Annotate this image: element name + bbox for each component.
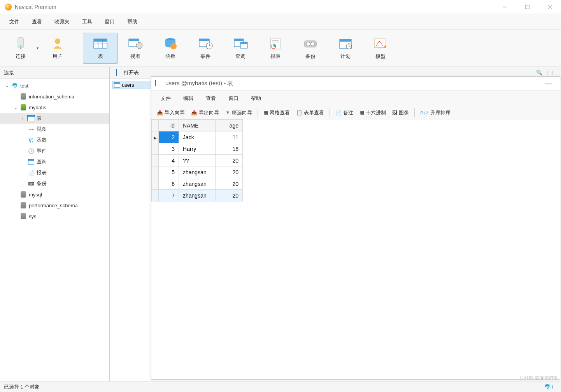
tool-report[interactable]: 报表 — [258, 33, 293, 64]
cell-age[interactable]: 18 — [216, 143, 243, 155]
open-table-button[interactable]: 打开表 — [113, 68, 142, 77]
tree-queries[interactable]: 查询 — [0, 156, 109, 167]
status-text: 已选择 1 个对象 — [4, 383, 40, 390]
cell-name[interactable]: Harry — [179, 143, 216, 155]
search-icon[interactable]: 🔍 — [536, 70, 542, 75]
cell-id[interactable]: 6 — [159, 178, 179, 190]
tool-event[interactable]: 事件 — [188, 33, 223, 64]
editor-menu-help[interactable]: 帮助 — [245, 92, 267, 105]
tool-connect-label: 连接 — [16, 53, 26, 60]
table-row[interactable]: 7zhangsan20 — [152, 190, 243, 201]
schedule-icon — [338, 37, 353, 51]
export-icon: 📤 — [191, 110, 197, 116]
table-row[interactable]: 6zhangsan20 — [152, 178, 243, 190]
row-indicator — [152, 190, 159, 201]
column-name[interactable]: NAME — [179, 120, 216, 131]
table-row[interactable]: 2Jack11 — [152, 131, 243, 143]
editor-menu-edit[interactable]: 编辑 — [177, 92, 200, 105]
cell-id[interactable]: 5 — [159, 166, 179, 178]
connect-dropdown-icon[interactable]: ▾ — [37, 46, 39, 50]
editor-titlebar[interactable]: users @mybatis (test) - 表 — — [151, 77, 560, 91]
object-users-label: users — [122, 82, 134, 88]
table-row[interactable]: 3Harry18 — [152, 143, 243, 155]
cell-id[interactable]: 4 — [159, 155, 179, 166]
tree-connection-label: test — [20, 83, 28, 89]
tree-db-mybatis[interactable]: ⌄ mybatis — [0, 102, 109, 113]
tool-connect[interactable]: 连接 — [3, 33, 38, 64]
minimize-button[interactable] — [493, 0, 516, 14]
cell-name[interactable]: ?? — [179, 155, 216, 166]
grid-icon: ▦ — [263, 110, 268, 116]
tool-function[interactable]: 函数 — [153, 33, 188, 64]
tree-reports[interactable]: 📄 报表 — [0, 167, 109, 178]
tool-model[interactable]: 模型 — [363, 33, 398, 64]
form-view-button[interactable]: 📋表单查看 — [294, 108, 326, 117]
form-icon: 📋 — [296, 110, 302, 116]
view-icon — [128, 37, 143, 51]
menu-help[interactable]: 帮助 — [121, 15, 144, 28]
import-wizard-button[interactable]: 📥导入向导 — [154, 108, 187, 117]
cell-age[interactable]: 20 — [216, 166, 243, 178]
function-icon: f() — [27, 137, 35, 143]
cell-age[interactable]: 11 — [216, 131, 243, 143]
cell-age[interactable]: 20 — [216, 178, 243, 190]
filter-wizard-button[interactable]: ▼筛选向导 — [223, 108, 254, 117]
cell-name[interactable]: zhangsan — [179, 190, 216, 201]
svg-point-15 — [136, 42, 142, 49]
svg-point-17 — [170, 43, 177, 49]
menu-tools[interactable]: 工具 — [76, 15, 98, 28]
close-button[interactable] — [538, 0, 561, 14]
tree-db-info-schema[interactable]: information_schema — [0, 91, 109, 102]
menu-view[interactable]: 查看 — [26, 15, 48, 28]
tree-functions[interactable]: f() 函数 — [0, 135, 109, 145]
tree-events[interactable]: 🕒 事件 — [0, 145, 109, 156]
editor-menu-view[interactable]: 查看 — [200, 92, 222, 105]
tree-db-sys[interactable]: sys — [0, 211, 109, 222]
export-wizard-button[interactable]: 📤导出向导 — [189, 108, 221, 117]
table-row[interactable]: 5zhangsan20 — [152, 166, 243, 178]
cell-name[interactable]: zhangsan — [179, 166, 216, 178]
editor-menu-window[interactable]: 窗口 — [222, 92, 245, 105]
tool-backup[interactable]: 备份 — [293, 33, 328, 64]
tool-schedule[interactable]: 计划 — [328, 33, 363, 64]
sort-asc-button[interactable]: A↓z升序排序 — [418, 108, 453, 117]
cell-id[interactable]: 3 — [159, 143, 179, 155]
cell-id[interactable]: 7 — [159, 190, 179, 201]
cell-name[interactable]: zhangsan — [179, 178, 216, 190]
tool-query[interactable]: 查询 — [223, 33, 258, 64]
note-button[interactable]: 📄备注 — [333, 108, 356, 117]
menu-favorites[interactable]: 收藏夹 — [48, 15, 76, 28]
column-id[interactable]: id — [159, 120, 179, 131]
grid-view-button[interactable]: ▦网格查看 — [261, 108, 292, 117]
column-age[interactable]: age — [216, 120, 243, 131]
editor-minimize-button[interactable]: — — [540, 79, 556, 88]
tree-views[interactable]: ⊶ 视图 — [0, 124, 109, 135]
tree-db-label: mybatis — [29, 105, 46, 110]
maximize-button[interactable] — [516, 0, 538, 14]
tree-tables[interactable]: › 表 — [0, 113, 109, 124]
row-header — [152, 120, 159, 131]
table-row[interactable]: 4??20 — [152, 155, 243, 166]
tool-table[interactable]: 表 — [83, 33, 118, 64]
cell-id[interactable]: 2 — [159, 131, 179, 143]
more-icon[interactable]: ⋮⋮ — [545, 70, 555, 75]
tree-connection[interactable]: ⌄ 🐬 test — [0, 80, 109, 91]
event-icon — [198, 37, 213, 51]
cell-age[interactable]: 20 — [216, 190, 243, 201]
hex-button[interactable]: ▦十六进制 — [357, 108, 388, 117]
cell-age[interactable]: 20 — [216, 155, 243, 166]
tree-db-perf-schema[interactable]: performance_schema — [0, 200, 109, 211]
backup-icon — [303, 37, 318, 51]
data-grid[interactable]: id NAME age 2Jack113Harry184??205zhangsa… — [151, 119, 560, 379]
tree-backups-label: 备份 — [37, 180, 47, 187]
tree-db-mysql[interactable]: mysql — [0, 189, 109, 200]
editor-menu-file[interactable]: 文件 — [154, 92, 177, 105]
table-icon — [27, 115, 35, 121]
menu-file[interactable]: 文件 — [3, 15, 26, 28]
tool-view[interactable]: 视图 — [118, 33, 153, 64]
image-button[interactable]: 🖼图像 — [390, 108, 411, 117]
menu-window[interactable]: 窗口 — [98, 15, 121, 28]
tool-user[interactable]: 用户 — [40, 33, 75, 64]
tree-backups[interactable]: 📼 备份 — [0, 178, 109, 189]
cell-name[interactable]: Jack — [179, 131, 216, 143]
